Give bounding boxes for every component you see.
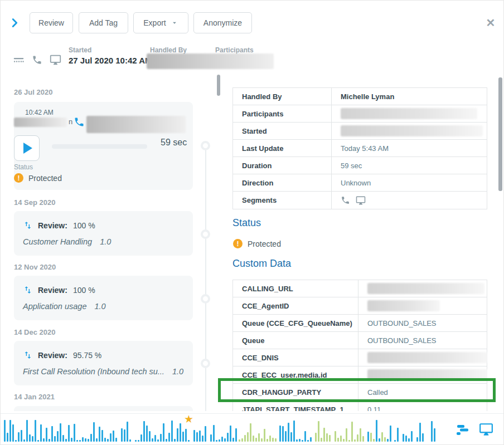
anonymize-button[interactable]: Anonymize xyxy=(193,12,252,33)
waveform-bar xyxy=(397,428,399,442)
waveform-bar xyxy=(157,439,159,442)
table-row: Participants xyxy=(233,105,487,123)
waveform[interactable] xyxy=(1,414,441,445)
waveform-bar xyxy=(110,433,112,442)
review-arrows-icon xyxy=(23,221,32,230)
waveform-bar xyxy=(43,438,45,442)
timeline-card-review[interactable]: Review: 100 % Customer Handling 1.0 xyxy=(14,211,193,256)
waveform-bar xyxy=(403,434,404,442)
row-label: Segments xyxy=(233,196,331,204)
waveform-bar xyxy=(357,434,358,442)
review-button[interactable]: Review xyxy=(30,12,73,33)
left-panel-scrollbar[interactable] xyxy=(217,75,220,96)
table-row: JTAPI_START_TIMESTAMP_10.11 xyxy=(233,401,487,411)
review-score: 100 % xyxy=(73,286,95,295)
table-row: CDR_HANGUP_PARTYCalled xyxy=(233,384,487,401)
waveform-bar xyxy=(343,439,345,442)
export-button-label: Export xyxy=(143,18,166,27)
row-value: Michelle Lyman xyxy=(331,88,487,105)
waveform-bar xyxy=(149,431,151,442)
phone-icon xyxy=(32,55,42,65)
expand-panel-icon[interactable] xyxy=(8,17,21,29)
review-form-version: 1.0 xyxy=(94,302,105,311)
chevron-down-icon xyxy=(171,19,178,27)
review-form-name: First Call Resolution (Inbound tech su..… xyxy=(23,367,164,376)
row-label: CDR_HANGUP_PARTY xyxy=(233,388,358,397)
table-row: CCE_AgentID xyxy=(233,297,487,315)
row-label: CCE_DNIS xyxy=(233,354,358,362)
play-button[interactable] xyxy=(14,135,40,161)
table-row: CALLING_URL xyxy=(233,280,487,297)
monitor-icon xyxy=(50,54,61,66)
waveform-bar xyxy=(326,433,328,442)
timeline-card-partial[interactable] xyxy=(14,406,193,411)
waveform-bar xyxy=(431,421,433,442)
audio-progress-bar[interactable] xyxy=(52,144,147,149)
table-row: Duration59 sec xyxy=(233,157,487,174)
row-label: Participants xyxy=(233,110,331,118)
segments-view-icon[interactable] xyxy=(455,423,471,439)
timeline-date: 12 Nov 2020 xyxy=(14,263,56,271)
row-label: Queue xyxy=(233,336,358,345)
waveform-bar xyxy=(163,423,164,442)
waveform-bar xyxy=(255,438,257,442)
waveform-bar xyxy=(315,433,317,442)
waveform-bar xyxy=(90,434,92,442)
waveform-bar xyxy=(54,436,56,442)
timeline-node xyxy=(201,294,210,304)
row-label: Direction xyxy=(233,179,331,187)
waveform-bar xyxy=(387,439,389,442)
waveform-bar xyxy=(124,429,125,442)
waveform-bar xyxy=(351,422,353,442)
status-label: Status xyxy=(14,163,33,171)
waveform-bar xyxy=(71,438,72,442)
waveform-bar xyxy=(79,440,81,442)
row-value: Called xyxy=(358,384,487,400)
add-tag-button[interactable]: Add Tag xyxy=(79,12,128,33)
waveform-bar xyxy=(138,440,139,442)
screen-recording-icon[interactable] xyxy=(479,422,495,438)
waveform-bar xyxy=(379,438,380,442)
redacted-value xyxy=(367,283,484,294)
timeline-node xyxy=(201,141,210,150)
timeline-card-review[interactable]: Review: 100 % Application usage 1.0 xyxy=(14,276,193,320)
row-value: 0.11 xyxy=(358,401,487,411)
waveform-bar xyxy=(296,439,298,442)
waveform-bar xyxy=(253,436,254,442)
waveform-bar xyxy=(241,438,243,442)
waveform-bar xyxy=(373,439,375,442)
interaction-details-dialog: Review Add Tag Export Anonymize ✕ Starte… xyxy=(0,0,504,445)
waveform-bar xyxy=(394,440,396,442)
waveform-bar xyxy=(107,439,109,442)
call-time: 10:42 AM xyxy=(25,109,182,116)
waveform-bar xyxy=(7,433,8,442)
waveform-bar xyxy=(101,430,103,442)
row-label: Queue (CCE_CFG_QueueName) xyxy=(233,319,358,327)
waveform-bar xyxy=(57,431,59,442)
redacted-value xyxy=(341,108,477,119)
export-button[interactable]: Export xyxy=(133,12,188,33)
table-row: Segments xyxy=(233,192,487,209)
waveform-bar xyxy=(335,431,336,442)
timeline-date: 14 Jan 2021 xyxy=(14,393,55,401)
star-marker-icon[interactable]: ★ xyxy=(184,414,193,424)
close-icon[interactable]: ✕ xyxy=(484,17,497,29)
timeline-date: 14 Sep 2020 xyxy=(14,198,55,207)
waveform-bar xyxy=(304,431,306,442)
waveform-bar xyxy=(337,438,339,442)
review-label: Review: xyxy=(38,221,67,230)
waveform-bar xyxy=(434,428,435,442)
right-panel-scrollbar[interactable] xyxy=(498,77,502,191)
waveform-bar xyxy=(422,433,424,442)
row-label: CCE_ECC_user.media.id xyxy=(233,371,358,379)
waveform-bar xyxy=(235,428,237,442)
waveform-bar xyxy=(367,432,369,442)
waveform-bar xyxy=(370,433,372,442)
timeline-card-review[interactable]: Review: 95.75 % First Call Resolution (I… xyxy=(14,341,193,385)
started-value: 27 Jul 2020 10:42 AM xyxy=(69,56,152,65)
timeline-card-call[interactable]: 10:42 AM n 59 sec Status ! Protected xyxy=(14,102,193,190)
review-form-version: 1.0 xyxy=(172,367,183,376)
anonymize-button-label: Anonymize xyxy=(203,18,242,27)
waveform-bar xyxy=(411,431,413,442)
waveform-bar xyxy=(168,433,170,442)
